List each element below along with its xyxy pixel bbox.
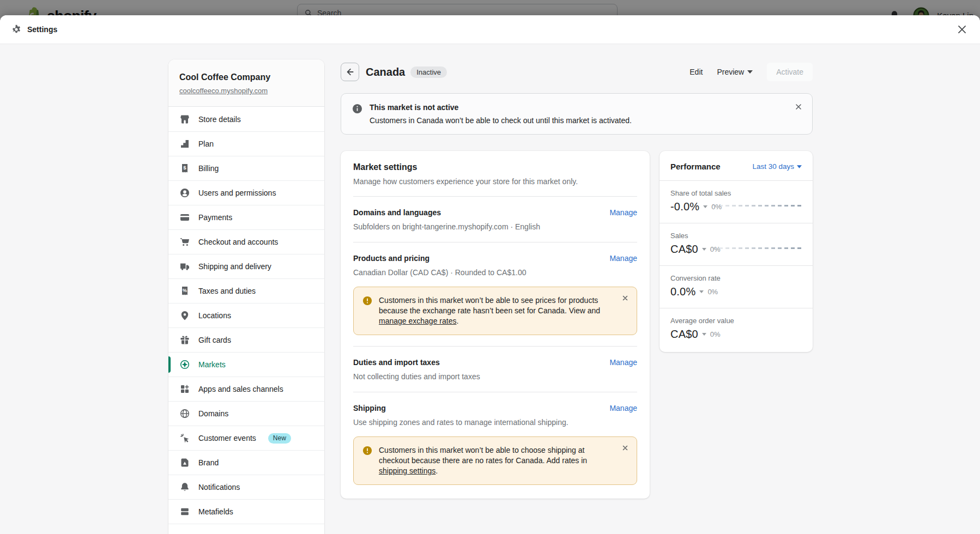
taxes-icon: % [179, 286, 190, 296]
shipping-truck-icon [179, 261, 190, 272]
performance-card: Performance Last 30 days Share of total … [660, 151, 813, 352]
sidebar-next-row-partial [168, 524, 324, 531]
store-name: Cool Coffee Company [179, 72, 313, 82]
store-header: Cool Coffee Company coolcoffeeco.myshopi… [168, 59, 324, 107]
info-icon [352, 104, 362, 125]
manage-pricing-link[interactable]: Manage [609, 254, 637, 263]
sidebar-item-locations[interactable]: Locations [168, 303, 324, 327]
close-settings-icon[interactable] [956, 23, 968, 35]
sidebar-item-gift-cards[interactable]: Gift cards [168, 327, 324, 352]
section-duties-import-taxes: Duties and import taxes Manage Not colle… [353, 347, 637, 392]
shipping-warning-banner: Customers in this market won’t be able t… [353, 436, 637, 485]
warning-close-icon[interactable] [621, 294, 629, 302]
metric-conversion-rate: Conversion rate 0.0% 0% [660, 266, 813, 308]
sidebar-item-shipping-delivery[interactable]: Shipping and delivery [168, 254, 324, 278]
section-domains-languages: Domains and languages Manage Subfolders … [353, 197, 637, 242]
payments-icon [179, 212, 190, 223]
metric-sales: Sales CA$0 0% [660, 223, 813, 266]
bell-icon [179, 482, 190, 493]
sidebar-item-notifications[interactable]: Notifications [168, 475, 324, 499]
metric-share-of-total-sales: Share of total sales -0.0% 0% [660, 181, 813, 223]
sidebar-item-payments[interactable]: Payments [168, 205, 324, 229]
chevron-down-icon [797, 165, 802, 168]
gift-icon [179, 335, 190, 345]
users-icon [179, 187, 190, 198]
pricing-warning-banner: Customers in this market won’t be able t… [353, 287, 637, 335]
location-pin-icon [179, 310, 190, 321]
manage-domains-link[interactable]: Manage [609, 208, 637, 217]
manage-duties-link[interactable]: Manage [609, 358, 637, 367]
settings-modal: Settings Cool Coffee Company coolcoffeec… [0, 15, 980, 534]
gear-icon [11, 24, 22, 35]
sidebar-item-metafields[interactable]: Metafields [168, 499, 324, 524]
chevron-down-icon [747, 70, 753, 74]
sidebar-item-taxes-duties[interactable]: % Taxes and duties [168, 278, 324, 303]
banner-close-icon[interactable] [794, 102, 803, 111]
sidebar-item-store-details[interactable]: Store details [168, 107, 324, 131]
market-settings-card: Market settings Manage how customers exp… [341, 151, 650, 499]
page-header: Canada Inactive Edit Preview Activate [341, 63, 813, 81]
arrow-left-icon [344, 66, 355, 77]
checkout-cart-icon [179, 236, 190, 247]
svg-text:$: $ [183, 165, 186, 171]
activate-button[interactable]: Activate [767, 63, 813, 81]
domains-globe-icon [179, 408, 190, 419]
banner-body: Customers in Canada won’t be able to che… [370, 116, 632, 125]
caret-down-icon [699, 290, 704, 293]
market-settings-subtitle: Manage how customers experience your sto… [353, 177, 637, 186]
svg-text:%: % [183, 288, 187, 293]
caret-down-icon [702, 248, 706, 251]
settings-sidebar: Cool Coffee Company coolcoffeeco.myshopi… [168, 59, 324, 534]
markets-globe-icon [179, 359, 190, 370]
preview-button[interactable]: Preview [717, 68, 753, 76]
sidebar-item-customer-events[interactable]: Customer events New [168, 426, 324, 450]
settings-title: Settings [27, 25, 57, 34]
metafields-icon [179, 506, 190, 517]
shipping-settings-link[interactable]: shipping settings [379, 466, 435, 475]
caret-down-icon [703, 205, 707, 208]
performance-title: Performance [670, 162, 721, 171]
manage-exchange-rates-link[interactable]: manage exchage rates [379, 317, 456, 325]
sidebar-item-checkout-accounts[interactable]: Checkout and accounts [168, 229, 324, 254]
warning-close-icon[interactable] [621, 444, 629, 452]
manage-shipping-link[interactable]: Manage [609, 404, 637, 412]
sparkline [712, 205, 804, 207]
sidebar-item-apps-sales-channels[interactable]: Apps and sales channels [168, 377, 324, 401]
back-button[interactable] [341, 63, 359, 81]
billing-icon: $ [179, 163, 190, 174]
new-badge: New [268, 433, 291, 444]
sidebar-item-markets[interactable]: Markets [168, 352, 324, 377]
market-inactive-banner: This market is not active Customers in C… [341, 93, 813, 135]
settings-modal-header: Settings [0, 15, 980, 44]
sidebar-item-users-permissions[interactable]: Users and permissions [168, 180, 324, 205]
section-products-pricing: Products and pricing Manage Canadian Dol… [353, 242, 637, 347]
market-settings-title: Market settings [353, 162, 637, 172]
store-domain-link[interactable]: coolcoffeeco.myshopify.com [179, 87, 268, 95]
sidebar-item-brand[interactable]: Brand [168, 450, 324, 475]
sparkline [712, 247, 804, 249]
caret-down-icon [702, 333, 706, 336]
page-title: Canada [366, 66, 405, 78]
banner-title: This market is not active [370, 103, 632, 112]
section-shipping: Shipping Manage Use shipping zones and r… [353, 392, 637, 499]
warning-icon [362, 296, 372, 326]
sidebar-item-plan[interactable]: Plan [168, 131, 324, 156]
storefront-icon [179, 114, 190, 125]
market-settings-header: Market settings Manage how customers exp… [353, 151, 637, 197]
date-range-selector[interactable]: Last 30 days [752, 162, 802, 171]
apps-icon [179, 384, 190, 395]
plan-icon [179, 138, 190, 149]
brand-icon [179, 457, 190, 468]
metric-average-order-value: Average order value CA$0 0% [660, 308, 813, 352]
edit-button[interactable]: Edit [689, 68, 703, 76]
customer-events-icon [179, 433, 190, 444]
sidebar-item-billing[interactable]: $ Billing [168, 156, 324, 180]
sidebar-item-domains[interactable]: Domains [168, 401, 324, 426]
warning-icon [362, 446, 372, 476]
status-badge: Inactive [410, 66, 447, 78]
